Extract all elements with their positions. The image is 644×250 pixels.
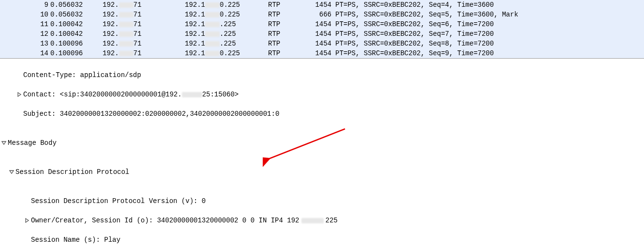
packet-list-table[interactable]: 90.056032192.71192.10.225RTP1454PT=PS, S…: [0, 0, 644, 58]
field-contact[interactable]: Contact: <sip:34020000002000000001@192.2…: [0, 90, 644, 99]
chevron-right-icon[interactable]: [23, 216, 31, 225]
masked-ip: [301, 218, 324, 223]
packet-details-pane[interactable]: Content-Type: application/sdp Contact: <…: [0, 58, 644, 250]
field-sdp-owner[interactable]: Owner/Creator, Session Id (o): 340200000…: [0, 216, 644, 225]
field-sdp-sname[interactable]: Session Name (s): Play: [0, 235, 644, 245]
masked-ip: [182, 92, 202, 97]
chevron-down-icon[interactable]: [8, 167, 15, 177]
packet-row[interactable]: 110.100042192.71192.1.225RTP1454PT=PS, S…: [0, 19, 644, 29]
tree-sdp[interactable]: Session Description Protocol: [0, 167, 644, 177]
packet-row[interactable]: 90.056032192.71192.10.225RTP1454PT=PS, S…: [0, 0, 644, 10]
chevron-right-icon[interactable]: [15, 90, 23, 99]
field-sdp-version[interactable]: Session Description Protocol Version (v)…: [0, 196, 644, 206]
tree-message-body[interactable]: Message Body: [0, 138, 644, 148]
field-content-type[interactable]: Content-Type: application/sdp: [0, 70, 644, 80]
packet-row[interactable]: 140.100096192.71192.10.225RTP1454PT=PS, …: [0, 48, 644, 58]
field-subject[interactable]: Subject: 34020000001320000002:0200000002…: [0, 109, 644, 119]
packet-row[interactable]: 100.056032192.71192.10.225RTP666PT=PS, S…: [0, 10, 644, 19]
packet-row[interactable]: 130.100096192.71192.1.225RTP1454PT=PS, S…: [0, 39, 644, 48]
chevron-down-icon[interactable]: [0, 138, 8, 148]
packet-row[interactable]: 120.100042192.71192.1.225RTP1454PT=PS, S…: [0, 29, 644, 39]
